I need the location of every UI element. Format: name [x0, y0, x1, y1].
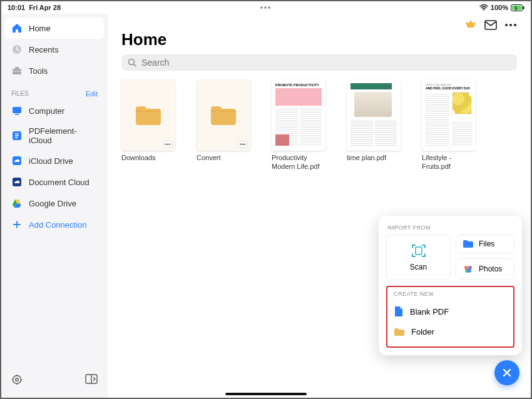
create-new-label: CREATE NEW: [392, 291, 508, 301]
sidebar-item-label: Computer: [29, 106, 64, 116]
sidebar-item-gdrive[interactable]: Google Drive: [5, 193, 104, 214]
sidebar-item-label: PDFelement-iCloud: [29, 126, 98, 145]
status-center-dots: •••: [260, 3, 272, 12]
svg-rect-6: [15, 67, 19, 69]
file-name: time plan.pdf: [347, 153, 406, 162]
file-card-convert[interactable]: ••• Convert: [197, 79, 255, 171]
svg-point-13: [13, 376, 21, 384]
sidebar-item-computer[interactable]: Computer: [5, 100, 104, 121]
card-more-icon[interactable]: •••: [238, 141, 248, 148]
layout-toggle-button[interactable]: [85, 374, 98, 385]
create-blank-pdf-button[interactable]: Blank PDF: [392, 301, 508, 322]
svg-point-0: [483, 9, 484, 11]
status-date: Fri Apr 28: [29, 4, 61, 11]
svg-line-26: [134, 64, 136, 67]
doc-thumb: PROMOTE PRODUCTIVITY: [272, 79, 325, 151]
more-icon[interactable]: [504, 23, 517, 27]
svg-point-23: [509, 24, 512, 26]
files-folder-icon: [463, 240, 474, 248]
import-from-label: IMPORT FROM: [386, 222, 514, 235]
sidebar-item-label: Google Drive: [29, 199, 76, 208]
sidebar-item-icloud[interactable]: iCloud Drive: [5, 150, 104, 171]
import-scan-button[interactable]: Scan: [386, 235, 451, 280]
file-name: Lifestyle - Fruits.pdf: [422, 153, 481, 171]
file-name: Convert: [197, 153, 255, 162]
svg-point-22: [505, 24, 508, 26]
clock-icon: [11, 44, 23, 55]
mail-icon[interactable]: [484, 20, 497, 30]
sidebar-item-doccloud[interactable]: Document Cloud: [5, 171, 104, 193]
svg-rect-9: [15, 114, 19, 115]
scan-label: Scan: [410, 263, 427, 271]
file-card-productivity[interactable]: PROMOTE PRODUCTIVITY Productivity Modern…: [272, 79, 330, 171]
folder-thumb: •••: [121, 79, 175, 151]
folder-thumb: •••: [197, 79, 250, 151]
svg-rect-7: [13, 71, 21, 72]
blank-pdf-label: Blank PDF: [410, 307, 449, 316]
home-icon: [11, 23, 23, 34]
sidebar-item-label: Document Cloud: [29, 178, 90, 187]
page-title: Home: [121, 30, 517, 49]
premium-crown-icon[interactable]: [464, 19, 477, 31]
import-photos-button[interactable]: Photos: [456, 258, 514, 280]
battery-icon: [511, 4, 524, 11]
icloud-icon: [11, 155, 23, 166]
settings-button[interactable]: [11, 374, 23, 385]
sidebar-item-recents[interactable]: Recents: [5, 39, 104, 60]
files-label: Files: [479, 240, 494, 248]
files-label: FILES: [11, 90, 29, 98]
gdrive-icon: [11, 198, 23, 209]
status-time: 10:01: [8, 4, 25, 11]
svg-point-29: [464, 266, 468, 270]
file-grid: ••• Downloads ••• Convert PROMOTE PRODUC…: [121, 79, 517, 171]
sidebar-item-tools[interactable]: Tools: [5, 60, 104, 81]
home-indicator: [225, 393, 307, 395]
scan-icon: [411, 243, 427, 259]
doc-thumb: [347, 79, 401, 151]
sidebar-item-home[interactable]: Home: [5, 18, 104, 39]
main-area: Home ••• Downloads ••• Convert: [108, 14, 531, 398]
pdfelement-icon: [11, 130, 23, 141]
svg-point-32: [468, 269, 471, 273]
create-new-section: CREATE NEW Blank PDF Folder: [386, 286, 514, 348]
file-name: Productivity Modern Life.pdf: [272, 153, 330, 171]
doc-thumb: HOW TO BE HEALTHY AND FEEL GOOD EVERY DA…: [422, 79, 476, 151]
file-name: Downloads: [121, 153, 180, 162]
create-folder-icon: [394, 328, 405, 336]
photos-icon: [463, 263, 474, 275]
sidebar-item-add-connection[interactable]: Add Connection: [5, 214, 104, 235]
sidebar-item-label: Home: [29, 24, 51, 33]
computer-icon: [11, 105, 23, 116]
svg-point-14: [16, 378, 18, 381]
file-card-lifestyle[interactable]: HOW TO BE HEALTHY AND FEEL GOOD EVERY DA…: [422, 79, 481, 171]
svg-rect-8: [13, 107, 21, 113]
sidebar-item-label: Tools: [29, 66, 48, 76]
sidebar-item-label: Add Connection: [29, 220, 87, 230]
close-icon: [502, 368, 512, 378]
sidebar: Home Recents Tools FILES Edit Computer P…: [1, 14, 108, 398]
search-input[interactable]: [141, 58, 511, 68]
file-card-downloads[interactable]: ••• Downloads: [121, 79, 180, 171]
sidebar-item-label: iCloud Drive: [29, 156, 73, 166]
import-panel: IMPORT FROM Scan Files Photos: [379, 216, 522, 355]
svg-rect-27: [416, 247, 422, 255]
create-folder-button[interactable]: Folder: [392, 322, 508, 341]
battery-percent: 100%: [491, 4, 508, 11]
card-more-icon[interactable]: •••: [163, 141, 173, 148]
search-bar[interactable]: [121, 54, 517, 71]
import-files-button[interactable]: Files: [456, 235, 514, 253]
close-fab-button[interactable]: [494, 360, 519, 385]
wifi-icon: [479, 4, 488, 11]
svg-rect-3: [523, 6, 524, 9]
sidebar-item-pdfelement[interactable]: PDFelement-iCloud: [5, 121, 104, 150]
toolbox-icon: [11, 65, 23, 76]
file-card-timeplan[interactable]: time plan.pdf: [347, 79, 406, 171]
plus-icon: [11, 219, 23, 230]
photos-label: Photos: [479, 265, 502, 273]
files-section-header: FILES Edit: [5, 81, 104, 100]
svg-point-30: [468, 266, 472, 270]
status-bar: 10:01 Fri Apr 28 ••• 100%: [1, 1, 531, 14]
search-icon: [128, 58, 136, 67]
edit-link[interactable]: Edit: [86, 90, 98, 98]
svg-point-24: [514, 24, 516, 26]
